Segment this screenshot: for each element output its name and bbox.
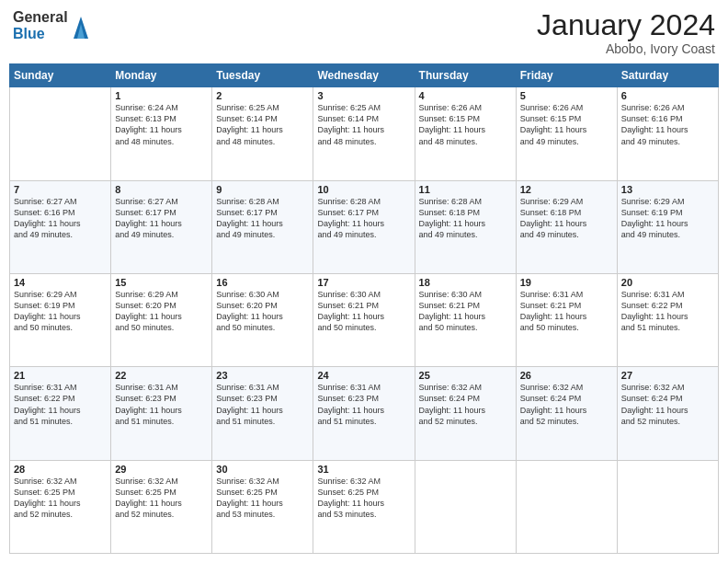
week-row-3: 14Sunrise: 6:29 AMSunset: 6:19 PMDayligh… bbox=[10, 273, 719, 366]
calendar-cell: 30Sunrise: 6:32 AMSunset: 6:25 PMDayligh… bbox=[212, 460, 313, 553]
calendar-cell: 6Sunrise: 6:26 AMSunset: 6:16 PMDaylight… bbox=[617, 87, 718, 180]
day-number: 18 bbox=[419, 277, 512, 288]
day-number: 6 bbox=[621, 90, 714, 101]
day-info: Sunrise: 6:25 AMSunset: 6:14 PMDaylight:… bbox=[216, 102, 309, 147]
day-info: Sunrise: 6:27 AMSunset: 6:16 PMDaylight:… bbox=[14, 196, 107, 241]
col-header-thursday: Thursday bbox=[415, 64, 516, 87]
day-number: 31 bbox=[317, 464, 410, 475]
day-number: 20 bbox=[621, 277, 714, 288]
day-number: 1 bbox=[115, 90, 208, 101]
day-number: 15 bbox=[115, 277, 208, 288]
calendar-table: Sunday Monday Tuesday Wednesday Thursday… bbox=[9, 63, 719, 554]
day-info: Sunrise: 6:30 AMSunset: 6:21 PMDaylight:… bbox=[419, 289, 512, 334]
calendar-cell: 20Sunrise: 6:31 AMSunset: 6:22 PMDayligh… bbox=[617, 273, 718, 366]
day-info: Sunrise: 6:31 AMSunset: 6:23 PMDaylight:… bbox=[216, 382, 309, 427]
calendar-cell: 17Sunrise: 6:30 AMSunset: 6:21 PMDayligh… bbox=[313, 273, 415, 366]
day-info: Sunrise: 6:32 AMSunset: 6:24 PMDaylight:… bbox=[520, 382, 613, 427]
calendar-cell: 22Sunrise: 6:31 AMSunset: 6:23 PMDayligh… bbox=[111, 367, 212, 460]
day-number: 21 bbox=[14, 370, 107, 381]
day-info: Sunrise: 6:31 AMSunset: 6:22 PMDaylight:… bbox=[621, 289, 714, 334]
col-header-saturday: Saturday bbox=[617, 64, 718, 87]
calendar-header-row: Sunday Monday Tuesday Wednesday Thursday… bbox=[10, 64, 719, 87]
week-row-2: 7Sunrise: 6:27 AMSunset: 6:16 PMDaylight… bbox=[10, 180, 719, 273]
day-info: Sunrise: 6:32 AMSunset: 6:25 PMDaylight:… bbox=[115, 476, 208, 521]
day-info: Sunrise: 6:29 AMSunset: 6:19 PMDaylight:… bbox=[621, 196, 714, 241]
day-info: Sunrise: 6:32 AMSunset: 6:25 PMDaylight:… bbox=[14, 476, 107, 521]
calendar-cell: 13Sunrise: 6:29 AMSunset: 6:19 PMDayligh… bbox=[617, 180, 718, 273]
calendar-cell: 11Sunrise: 6:28 AMSunset: 6:18 PMDayligh… bbox=[415, 180, 516, 273]
calendar-cell bbox=[415, 460, 516, 553]
calendar-cell: 5Sunrise: 6:26 AMSunset: 6:15 PMDaylight… bbox=[516, 87, 617, 180]
calendar-cell: 23Sunrise: 6:31 AMSunset: 6:23 PMDayligh… bbox=[212, 367, 313, 460]
day-number: 17 bbox=[317, 277, 410, 288]
day-number: 23 bbox=[216, 370, 309, 381]
day-number: 10 bbox=[317, 184, 410, 195]
calendar-cell: 26Sunrise: 6:32 AMSunset: 6:24 PMDayligh… bbox=[516, 367, 617, 460]
day-info: Sunrise: 6:29 AMSunset: 6:20 PMDaylight:… bbox=[115, 289, 208, 334]
day-number: 4 bbox=[419, 90, 512, 101]
logo: General Blue bbox=[13, 9, 90, 41]
calendar-cell: 25Sunrise: 6:32 AMSunset: 6:24 PMDayligh… bbox=[415, 367, 516, 460]
calendar-cell bbox=[617, 460, 718, 553]
calendar-cell: 15Sunrise: 6:29 AMSunset: 6:20 PMDayligh… bbox=[111, 273, 212, 366]
day-info: Sunrise: 6:30 AMSunset: 6:20 PMDaylight:… bbox=[216, 289, 309, 334]
day-info: Sunrise: 6:26 AMSunset: 6:15 PMDaylight:… bbox=[419, 102, 512, 147]
day-info: Sunrise: 6:27 AMSunset: 6:17 PMDaylight:… bbox=[115, 196, 208, 241]
day-number: 14 bbox=[14, 277, 107, 288]
day-info: Sunrise: 6:32 AMSunset: 6:24 PMDaylight:… bbox=[419, 382, 512, 427]
calendar-cell: 14Sunrise: 6:29 AMSunset: 6:19 PMDayligh… bbox=[10, 273, 111, 366]
calendar-cell: 4Sunrise: 6:26 AMSunset: 6:15 PMDaylight… bbox=[415, 87, 516, 180]
calendar-cell: 28Sunrise: 6:32 AMSunset: 6:25 PMDayligh… bbox=[10, 460, 111, 553]
calendar-cell: 24Sunrise: 6:31 AMSunset: 6:23 PMDayligh… bbox=[313, 367, 415, 460]
calendar-cell: 12Sunrise: 6:29 AMSunset: 6:18 PMDayligh… bbox=[516, 180, 617, 273]
calendar-cell: 9Sunrise: 6:28 AMSunset: 6:17 PMDaylight… bbox=[212, 180, 313, 273]
col-header-sunday: Sunday bbox=[10, 64, 111, 87]
day-number: 26 bbox=[520, 370, 613, 381]
day-number: 5 bbox=[520, 90, 613, 101]
logo-icon bbox=[72, 13, 90, 39]
calendar-cell bbox=[10, 87, 111, 180]
day-info: Sunrise: 6:32 AMSunset: 6:25 PMDaylight:… bbox=[317, 476, 410, 521]
page: General Blue January 2024 Abobo, Ivory C… bbox=[0, 0, 728, 563]
day-info: Sunrise: 6:29 AMSunset: 6:19 PMDaylight:… bbox=[14, 289, 107, 334]
calendar-cell: 1Sunrise: 6:24 AMSunset: 6:13 PMDaylight… bbox=[111, 87, 212, 180]
day-number: 28 bbox=[14, 464, 107, 475]
day-number: 19 bbox=[520, 277, 613, 288]
calendar-cell: 31Sunrise: 6:32 AMSunset: 6:25 PMDayligh… bbox=[313, 460, 415, 553]
col-header-tuesday: Tuesday bbox=[212, 64, 313, 87]
day-number: 7 bbox=[14, 184, 107, 195]
day-info: Sunrise: 6:28 AMSunset: 6:17 PMDaylight:… bbox=[317, 196, 410, 241]
day-info: Sunrise: 6:25 AMSunset: 6:14 PMDaylight:… bbox=[317, 102, 410, 147]
calendar-cell bbox=[516, 460, 617, 553]
title-block: January 2024 Abobo, Ivory Coast bbox=[537, 9, 715, 56]
day-info: Sunrise: 6:32 AMSunset: 6:24 PMDaylight:… bbox=[621, 382, 714, 427]
day-number: 11 bbox=[419, 184, 512, 195]
day-info: Sunrise: 6:26 AMSunset: 6:15 PMDaylight:… bbox=[520, 102, 613, 147]
logo-general: General bbox=[13, 9, 68, 26]
day-number: 9 bbox=[216, 184, 309, 195]
calendar-cell: 10Sunrise: 6:28 AMSunset: 6:17 PMDayligh… bbox=[313, 180, 415, 273]
day-info: Sunrise: 6:28 AMSunset: 6:18 PMDaylight:… bbox=[419, 196, 512, 241]
day-info: Sunrise: 6:31 AMSunset: 6:23 PMDaylight:… bbox=[115, 382, 208, 427]
week-row-5: 28Sunrise: 6:32 AMSunset: 6:25 PMDayligh… bbox=[10, 460, 719, 553]
calendar-cell: 8Sunrise: 6:27 AMSunset: 6:17 PMDaylight… bbox=[111, 180, 212, 273]
calendar-cell: 21Sunrise: 6:31 AMSunset: 6:22 PMDayligh… bbox=[10, 367, 111, 460]
logo-blue: Blue bbox=[13, 26, 68, 42]
day-number: 8 bbox=[115, 184, 208, 195]
header: General Blue January 2024 Abobo, Ivory C… bbox=[9, 9, 719, 56]
day-number: 22 bbox=[115, 370, 208, 381]
day-number: 16 bbox=[216, 277, 309, 288]
day-info: Sunrise: 6:32 AMSunset: 6:25 PMDaylight:… bbox=[216, 476, 309, 521]
calendar-cell: 3Sunrise: 6:25 AMSunset: 6:14 PMDaylight… bbox=[313, 87, 415, 180]
day-info: Sunrise: 6:28 AMSunset: 6:17 PMDaylight:… bbox=[216, 196, 309, 241]
logo-text: General Blue bbox=[13, 9, 68, 41]
day-number: 12 bbox=[520, 184, 613, 195]
day-info: Sunrise: 6:30 AMSunset: 6:21 PMDaylight:… bbox=[317, 289, 410, 334]
title-month: January 2024 bbox=[537, 9, 715, 41]
day-number: 25 bbox=[419, 370, 512, 381]
week-row-4: 21Sunrise: 6:31 AMSunset: 6:22 PMDayligh… bbox=[10, 367, 719, 460]
day-info: Sunrise: 6:31 AMSunset: 6:23 PMDaylight:… bbox=[317, 382, 410, 427]
day-number: 13 bbox=[621, 184, 714, 195]
calendar-cell: 18Sunrise: 6:30 AMSunset: 6:21 PMDayligh… bbox=[415, 273, 516, 366]
day-info: Sunrise: 6:24 AMSunset: 6:13 PMDaylight:… bbox=[115, 102, 208, 147]
